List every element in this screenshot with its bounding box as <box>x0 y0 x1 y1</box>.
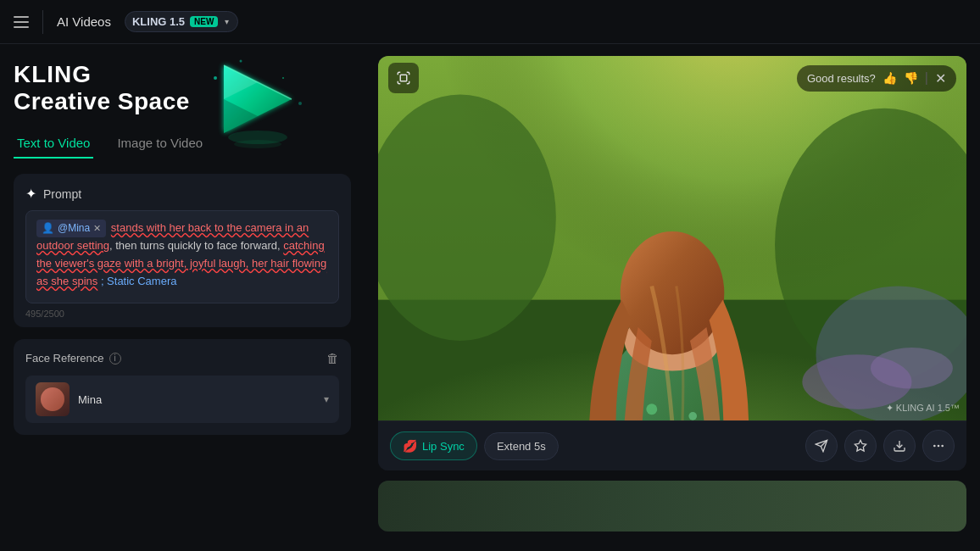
new-badge: NEW <box>190 16 218 27</box>
svg-point-6 <box>214 76 217 80</box>
menu-icon[interactable] <box>14 16 29 28</box>
face-reference-section: Face Reference i 🗑 Mina ▾ <box>14 339 351 435</box>
screenshot-icon[interactable] <box>388 63 419 93</box>
svg-point-7 <box>240 60 242 63</box>
more-options-button[interactable] <box>922 430 955 462</box>
second-video-card[interactable] <box>378 481 966 532</box>
mention-tag[interactable]: 👤 @Mina ✕ <box>36 220 106 237</box>
main-layout: KLING Creative Space <box>0 44 980 551</box>
star-button[interactable] <box>844 430 877 462</box>
thumbs-down-icon[interactable]: 👎 <box>904 71 918 85</box>
chevron-down-icon: ▾ <box>225 17 229 26</box>
face-ref-header: Face Reference i 🗑 <box>25 351 339 365</box>
mode-tabs: Text to Video Image to Video <box>14 129 351 159</box>
prompt-label: Prompt <box>43 187 81 201</box>
face-avatar-image <box>36 382 70 416</box>
separator: | <box>925 70 928 86</box>
video-bg <box>378 56 966 420</box>
extend-button[interactable]: Extend 5s <box>484 432 559 460</box>
top-nav: AI Videos KLING 1.5 NEW ▾ <box>0 0 980 44</box>
face-avatar <box>36 382 70 416</box>
nav-divider <box>42 10 43 34</box>
thumbs-up-icon[interactable]: 👍 <box>883 71 897 85</box>
svg-point-34 <box>942 445 943 446</box>
svg-rect-27 <box>400 75 407 81</box>
mention-avatar-icon: 👤 <box>42 220 54 237</box>
info-icon[interactable]: i <box>109 353 121 365</box>
chevron-down-icon: ▾ <box>324 393 329 405</box>
main-video-card: Good results? 👍 👎 | ✕ ✦ KLING AI 1.5™ 💋 … <box>378 56 966 470</box>
tab-text-to-video[interactable]: Text to Video <box>14 129 93 159</box>
svg-marker-30 <box>855 440 866 451</box>
hero-section: KLING Creative Space <box>14 61 351 115</box>
svg-point-26 <box>621 231 725 354</box>
video-action-bar: 💋 Lip Sync Extend 5s <box>378 420 966 470</box>
feedback-text: Good results? <box>807 72 876 85</box>
char-count: 495/2500 <box>25 309 339 319</box>
face-ref-label-group: Face Reference i <box>25 352 121 365</box>
close-icon[interactable]: ✕ <box>935 70 946 86</box>
face-name: Mina <box>78 393 315 406</box>
share-button[interactable] <box>805 430 838 462</box>
face-ref-label: Face Reference <box>25 352 104 365</box>
video-top-bar: Good results? 👍 👎 | ✕ <box>378 56 966 100</box>
svg-point-17 <box>871 348 953 388</box>
download-button[interactable] <box>883 430 916 462</box>
svg-point-33 <box>938 445 938 446</box>
svg-point-9 <box>298 102 302 105</box>
left-panel: KLING Creative Space <box>0 44 365 551</box>
video-preview: Good results? 👍 👎 | ✕ ✦ KLING AI 1.5™ <box>378 56 966 420</box>
face-avatar-silhouette <box>41 387 64 411</box>
delete-face-icon[interactable]: 🗑 <box>326 351 339 365</box>
extend-label: Extend 5s <box>497 440 546 453</box>
feedback-group: Good results? 👍 👎 | ✕ <box>797 65 956 92</box>
face-item[interactable]: Mina ▾ <box>25 376 339 423</box>
mention-name: @Mina <box>58 220 90 237</box>
version-label: KLING 1.5 <box>132 15 185 28</box>
second-video-bg <box>378 481 966 532</box>
kling-watermark: ✦ KLING AI 1.5™ <box>886 403 960 414</box>
lip-sync-icon: 💋 <box>403 439 417 453</box>
prompt-camera-text: ; Static Camera <box>97 275 176 287</box>
svg-point-22 <box>688 412 697 420</box>
tab-image-to-video[interactable]: Image to Video <box>114 129 206 159</box>
prompt-sun-icon: ✦ <box>25 186 36 202</box>
lip-sync-label: Lip Sync <box>422 440 465 453</box>
lip-sync-button[interactable]: 💋 Lip Sync <box>390 431 477 460</box>
version-selector[interactable]: KLING 1.5 NEW ▾ <box>125 11 238 32</box>
mention-remove-icon[interactable]: ✕ <box>93 221 101 237</box>
app-title: AI Videos <box>57 14 111 29</box>
prompt-header: ✦ Prompt <box>25 186 339 202</box>
svg-point-32 <box>934 445 935 446</box>
svg-point-8 <box>282 77 284 79</box>
prompt-textarea[interactable]: 👤 @Mina ✕ stands with her back to the ca… <box>25 210 339 303</box>
svg-point-19 <box>646 404 657 415</box>
right-panel: Good results? 👍 👎 | ✕ ✦ KLING AI 1.5™ 💋 … <box>365 44 980 551</box>
prompt-section: ✦ Prompt 👤 @Mina ✕ stands with her back … <box>14 174 351 327</box>
